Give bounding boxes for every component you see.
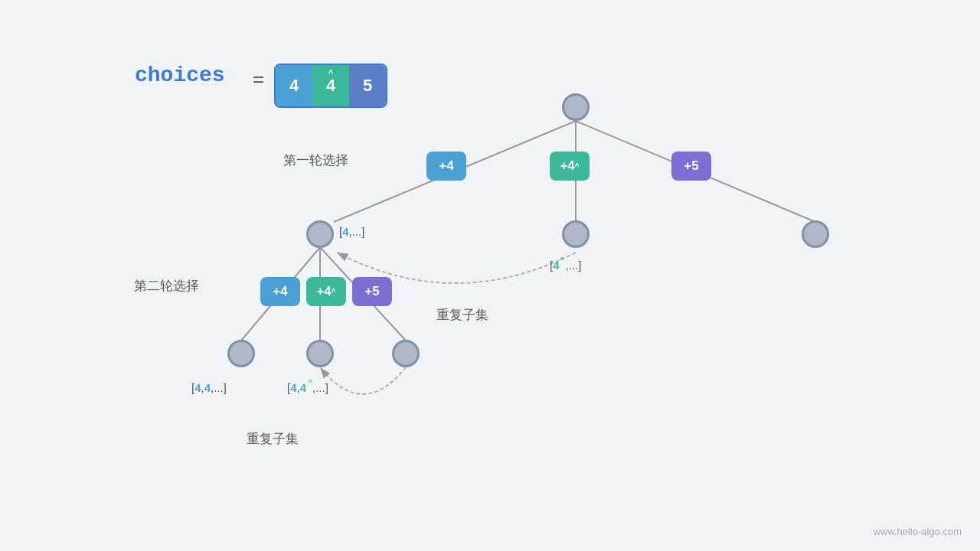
equals-sign: = bbox=[253, 67, 264, 91]
node1-bracket-label: [4,...] bbox=[339, 225, 364, 238]
round1-badge-4hat: +4^ bbox=[550, 152, 590, 181]
level1-right-node bbox=[802, 220, 829, 248]
root-node bbox=[562, 93, 590, 121]
level2-middle-node bbox=[306, 340, 334, 367]
round1-badge-5: +5 bbox=[671, 152, 711, 181]
round2-badge-4: +4 bbox=[260, 277, 300, 306]
watermark: www.hello-algo.com bbox=[873, 526, 962, 537]
round2-badge-5: +5 bbox=[352, 277, 392, 306]
array-cell-5: 5 bbox=[349, 65, 386, 106]
choices-label: choices bbox=[135, 64, 225, 87]
level1-left-node bbox=[306, 220, 334, 248]
bottom-label-2: [4,4^,...] bbox=[287, 381, 328, 394]
array-cell-4hat: ^ 4 bbox=[312, 65, 349, 106]
level2-right-node bbox=[392, 340, 420, 367]
level2-left-node bbox=[227, 340, 255, 367]
array-cell-4: 4 bbox=[276, 65, 312, 106]
array-container: 4 ^ 4 5 bbox=[274, 64, 387, 108]
round1-label: 第一轮选择 bbox=[283, 152, 348, 169]
node2-bracket-label: [4^,...] bbox=[550, 259, 581, 272]
duplicate-label-bottom: 重复子集 bbox=[247, 430, 299, 448]
round1-badge-4: +4 bbox=[426, 152, 466, 181]
round2-badge-4hat: +4^ bbox=[306, 277, 346, 306]
level1-middle-node bbox=[562, 220, 590, 248]
round2-label: 第二轮选择 bbox=[134, 277, 199, 295]
duplicate-label-right: 重复子集 bbox=[436, 306, 488, 324]
bottom-label-1: [4,4,...] bbox=[191, 381, 227, 394]
